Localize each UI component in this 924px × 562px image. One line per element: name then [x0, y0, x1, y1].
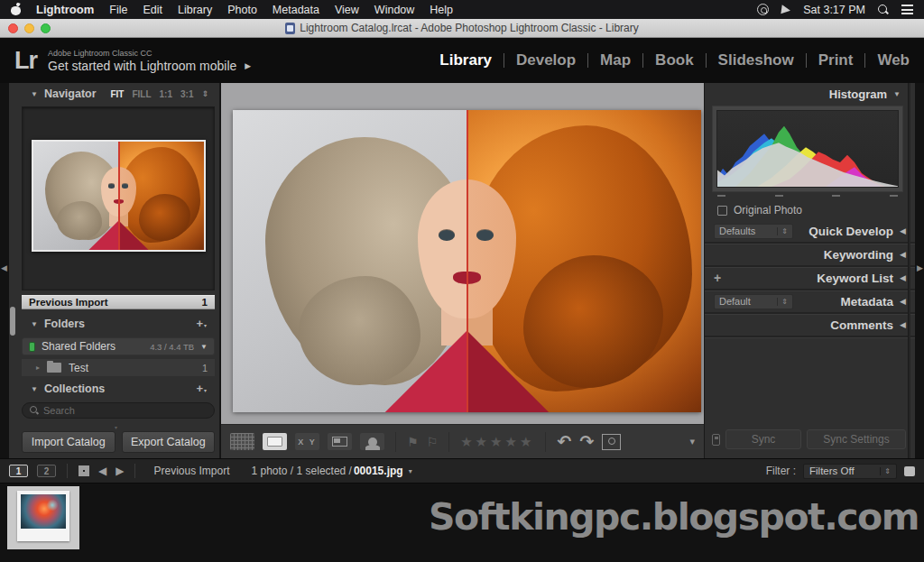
previous-import-label[interactable]: Previous Import	[29, 297, 108, 308]
menu-item-photo[interactable]: Photo	[227, 4, 257, 16]
keywording-section[interactable]: Keywording ◀	[705, 244, 915, 267]
metadata-label[interactable]: Metadata	[841, 295, 894, 309]
sync-button[interactable]: Sync	[725, 429, 801, 449]
panel-expand-icon[interactable]: ◀	[900, 250, 906, 259]
right-panel-collapse-strip[interactable]: ▶	[915, 83, 924, 458]
zoom-stepper-icon[interactable]: ⇕	[201, 89, 208, 98]
mobile-promo-link[interactable]: Get started with Lightroom mobile	[48, 59, 236, 73]
quick-develop-label[interactable]: Quick Develop	[808, 225, 893, 238]
volume-disclosure-icon[interactable]: ▼	[200, 343, 208, 351]
quick-develop-section[interactable]: Defaults ⇕ Quick Develop ◀	[705, 220, 915, 244]
window-title-bar[interactable]: Lightroom Catalog.lrcat - Adobe Photosho…	[0, 19, 924, 38]
zoom-fit-option[interactable]: FIT	[110, 89, 124, 99]
toolbar-options-icon[interactable]: ▾	[689, 436, 695, 447]
folder-row-test[interactable]: ▸ Test 1	[22, 359, 215, 376]
folders-panel-title[interactable]: Folders	[44, 318, 85, 330]
navigator-panel-header[interactable]: ▼ Navigator FIT FILL 1:1 3:1 ⇕	[31, 88, 208, 100]
crop-overlay-icon[interactable]	[602, 434, 621, 450]
compare-view-icon[interactable]: X Y	[295, 433, 319, 450]
add-keyword-icon[interactable]: +	[714, 271, 721, 285]
menubar-clock[interactable]: Sat 3:17 PM	[803, 4, 865, 16]
original-photo-checkbox[interactable]	[717, 206, 727, 216]
previous-import-row[interactable]: Previous Import 1	[22, 295, 215, 309]
loupe-view-icon[interactable]	[263, 433, 287, 450]
menu-item-library[interactable]: Library	[178, 4, 212, 16]
collapse-left-icon[interactable]: ◀	[1, 263, 7, 272]
keywording-label[interactable]: Keywording	[824, 248, 893, 262]
keyword-list-section[interactable]: + Keyword List ◀	[705, 267, 915, 290]
module-library[interactable]: Library	[439, 51, 492, 69]
folders-panel-header[interactable]: ▼ Folders + ▾	[31, 318, 207, 330]
histogram-display[interactable]	[712, 106, 903, 192]
sync-settings-button[interactable]: Sync Settings	[807, 429, 906, 449]
filmstrip-thumbnail-selected[interactable]	[7, 486, 79, 549]
apple-menu-icon[interactable]	[11, 4, 21, 15]
metadata-preset-dropdown[interactable]: Default ⇕	[714, 294, 793, 309]
filter-dropdown[interactable]: Filters Off ⇕	[803, 464, 897, 479]
panel-expand-icon[interactable]: ◀	[900, 273, 906, 282]
navigator-preview-area[interactable]	[22, 106, 215, 290]
collections-panel-title[interactable]: Collections	[44, 382, 105, 395]
histogram-panel-title[interactable]: Histogram	[829, 88, 887, 101]
zoom-3-1-option[interactable]: 3:1	[180, 89, 193, 99]
module-web[interactable]: Web	[877, 51, 910, 69]
add-folder-button[interactable]: + ▾	[196, 319, 207, 328]
add-collection-button[interactable]: + ▾	[196, 384, 207, 393]
menu-item-window[interactable]: Window	[374, 4, 414, 16]
volume-name[interactable]: Shared Folders	[42, 340, 116, 353]
menu-item-edit[interactable]: Edit	[143, 4, 162, 16]
navigator-preview-image[interactable]	[32, 140, 206, 252]
module-develop[interactable]: Develop	[516, 51, 576, 69]
stepper-icon[interactable]: ⇕	[777, 298, 788, 306]
menu-item-lightroom[interactable]: Lightroom	[36, 3, 94, 16]
source-chevron-icon[interactable]: ▾	[409, 467, 412, 475]
rotate-left-icon[interactable]: ↶	[557, 431, 571, 452]
filmstrip-filter-toggle[interactable]	[904, 466, 915, 476]
promo-arrow-icon[interactable]: ▶	[245, 61, 251, 70]
creative-cloud-icon[interactable]	[757, 4, 769, 15]
notification-center-icon[interactable]	[901, 5, 913, 14]
volume-browser-shared-folders[interactable]: Shared Folders 4.3 / 4.4 TB ▼	[22, 337, 215, 355]
expand-folder-icon[interactable]: ▸	[36, 364, 40, 372]
people-view-icon[interactable]	[360, 433, 384, 450]
collections-panel-header[interactable]: ▼ Collections + ▾	[31, 382, 207, 395]
panel-expand-icon[interactable]: ◀	[900, 226, 906, 235]
spotlight-search-icon[interactable]	[878, 5, 889, 15]
export-catalog-button[interactable]: Export Catalog	[122, 431, 216, 453]
navigator-panel-title[interactable]: Navigator	[44, 88, 97, 100]
collections-search-input[interactable]: Search	[22, 402, 215, 419]
disclosure-triangle-icon[interactable]: ▼	[31, 385, 38, 393]
menu-item-file[interactable]: File	[109, 4, 127, 16]
import-catalog-button[interactable]: Import Catalog	[22, 431, 116, 453]
folder-name[interactable]: Test	[69, 362, 88, 374]
flag-pick-icon[interactable]: ⚑	[407, 435, 419, 449]
metadata-section[interactable]: Default ⇕ Metadata ◀	[705, 290, 915, 314]
module-print[interactable]: Print	[818, 51, 854, 69]
stepper-icon[interactable]: ⇕	[880, 467, 891, 475]
plus-caret-icon[interactable]: ▾	[204, 322, 207, 328]
right-scrollbar-track[interactable]	[908, 83, 910, 458]
plus-caret-icon[interactable]: ▾	[204, 387, 207, 393]
menu-item-view[interactable]: View	[335, 4, 359, 16]
disclosure-triangle-icon[interactable]: ▼	[893, 90, 901, 98]
original-photo-row[interactable]: Original Photo	[717, 204, 802, 217]
second-window-button[interactable]: 2	[37, 465, 56, 477]
zoom-fill-option[interactable]: FILL	[132, 89, 151, 99]
left-scrollbar-thumb[interactable]	[10, 307, 15, 336]
comments-label[interactable]: Comments	[830, 318, 893, 332]
zoom-1-1-option[interactable]: 1:1	[160, 89, 172, 99]
filmstrip-source-label[interactable]: Previous Import	[153, 465, 229, 477]
survey-view-icon[interactable]	[328, 433, 352, 450]
rotate-right-icon[interactable]: ↷	[579, 431, 594, 452]
flag-reject-icon[interactable]: ⚐	[427, 435, 439, 449]
histogram-panel-header[interactable]: Histogram ▼	[829, 88, 901, 101]
panel-expand-icon[interactable]: ◀	[900, 297, 906, 306]
plus-icon[interactable]: +	[196, 319, 203, 328]
pointer-status-icon[interactable]	[781, 5, 791, 14]
panel-expand-icon[interactable]: ◀	[900, 320, 906, 329]
next-photo-icon[interactable]: ▶	[116, 465, 124, 477]
main-photo[interactable]	[233, 110, 701, 412]
comments-section[interactable]: Comments ◀	[705, 314, 915, 337]
previous-photo-icon[interactable]: ◀	[98, 465, 106, 477]
keyword-list-label[interactable]: Keyword List	[817, 272, 893, 285]
